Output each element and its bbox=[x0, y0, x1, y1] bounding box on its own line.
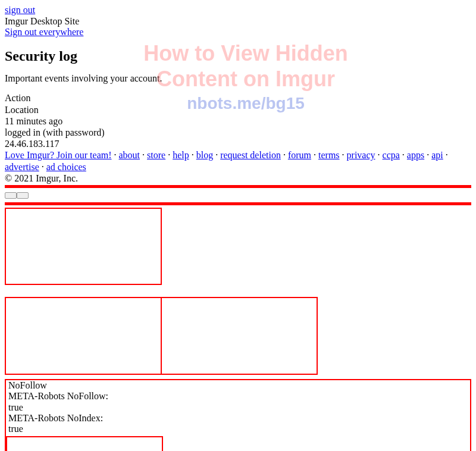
sign-out-everywhere-link[interactable]: Sign out everywhere bbox=[5, 27, 83, 37]
meta-robots-nofollow-label: META-Robots NoFollow: bbox=[8, 391, 468, 402]
mini-button-2[interactable] bbox=[17, 192, 29, 199]
log-action-label: Action bbox=[5, 92, 471, 104]
love-imgur-link[interactable]: Love Imgur? Join our team! bbox=[5, 150, 112, 160]
copyright-text: © 2021 Imgur, Inc. bbox=[5, 173, 471, 184]
meta-info-box: NoFollow META-Robots NoFollow: true META… bbox=[5, 379, 471, 451]
security-log-entry: Action Location 11 minutes ago logged in… bbox=[5, 92, 471, 149]
apps-link[interactable]: apps bbox=[407, 150, 424, 160]
log-event: logged in (with password) bbox=[5, 127, 471, 138]
meta-robots-noindex-label: META-Robots NoIndex: bbox=[8, 413, 468, 424]
help-link[interactable]: help bbox=[173, 150, 189, 160]
top-links: sign out Imgur Desktop Site Sign out eve… bbox=[5, 5, 471, 37]
divider bbox=[5, 185, 471, 188]
about-link[interactable]: about bbox=[119, 150, 140, 160]
footer-links: Love Imgur? Join our team! · about · sto… bbox=[5, 149, 471, 172]
meta-robots-nofollow-value: true bbox=[8, 402, 468, 413]
image-placeholder-3 bbox=[161, 297, 318, 375]
advertise-link[interactable]: advertise bbox=[5, 162, 39, 172]
meta-robots-noindex-value: true bbox=[8, 424, 468, 434]
desktop-site-text: Imgur Desktop Site bbox=[5, 16, 79, 26]
blog-link[interactable]: blog bbox=[196, 150, 213, 160]
log-ip: 24.46.183.117 bbox=[5, 138, 471, 149]
mini-button-1[interactable] bbox=[5, 192, 17, 199]
ccpa-link[interactable]: ccpa bbox=[383, 150, 400, 160]
image-placeholder-1 bbox=[5, 208, 162, 285]
mini-buttons bbox=[5, 189, 471, 200]
page-title: Security log bbox=[5, 48, 471, 64]
store-link[interactable]: store bbox=[147, 150, 165, 160]
terms-link[interactable]: terms bbox=[318, 150, 340, 160]
forum-link[interactable]: forum bbox=[288, 150, 311, 160]
log-location-label: Location bbox=[5, 104, 471, 115]
image-placeholder-4 bbox=[6, 436, 163, 451]
image-placeholder-2 bbox=[5, 297, 162, 375]
api-link[interactable]: api bbox=[431, 150, 443, 160]
ad-choices-link[interactable]: ad choices bbox=[46, 162, 86, 172]
image-row bbox=[5, 297, 471, 375]
privacy-link[interactable]: privacy bbox=[347, 150, 375, 160]
request-deletion-link[interactable]: request deletion bbox=[220, 150, 281, 160]
sign-out-link[interactable]: sign out bbox=[5, 5, 35, 15]
nofollow-label: NoFollow bbox=[8, 380, 468, 391]
log-time: 11 minutes ago bbox=[5, 115, 471, 127]
divider bbox=[5, 202, 471, 205]
page-subtitle: Important events involving your account. bbox=[5, 73, 471, 84]
